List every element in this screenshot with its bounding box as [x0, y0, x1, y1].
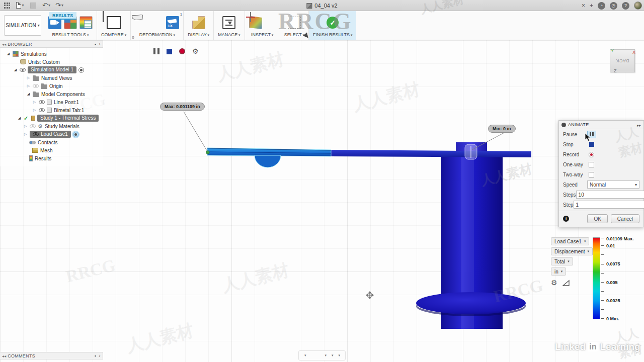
- dialog-dock-icon[interactable]: [637, 122, 641, 128]
- cancel-button[interactable]: Cancel: [611, 214, 639, 223]
- record-button[interactable]: [589, 152, 594, 157]
- collapse-icon[interactable]: [32, 100, 37, 104]
- two-way-checkbox[interactable]: [589, 172, 594, 177]
- collapse-icon[interactable]: [23, 132, 28, 136]
- report-tool-icon[interactable]: [79, 16, 93, 29]
- visibility-eye-icon[interactable]: [30, 124, 36, 128]
- tree-item-simulation-model[interactable]: Simulation Model 1: [0, 66, 103, 74]
- tree-item-mesh[interactable]: Mesh: [0, 146, 103, 154]
- one-way-label: One-way: [563, 162, 587, 167]
- steps-input[interactable]: [576, 191, 644, 199]
- tree-item-study-materials[interactable]: ⚙ Study Materials: [0, 122, 103, 130]
- notifications-icon[interactable]: ◷: [610, 2, 617, 10]
- user-avatar[interactable]: [634, 2, 642, 10]
- results-context-tab[interactable]: RESULTS: [49, 12, 76, 20]
- comments-hide-icon[interactable]: [96, 353, 101, 358]
- expand-icon[interactable]: [6, 52, 11, 56]
- pause-label: Pause: [563, 132, 587, 137]
- load-case-dropdown[interactable]: Load Case1: [551, 237, 589, 245]
- deformation-actual-icon[interactable]: [150, 16, 164, 29]
- measure-icon[interactable]: [265, 16, 276, 29]
- compare-menu[interactable]: COMPARE: [101, 32, 126, 39]
- record-label: Record: [563, 152, 587, 157]
- manage-menu[interactable]: MANAGE: [218, 32, 240, 39]
- new-tab-icon[interactable]: +: [590, 2, 593, 9]
- viewports-icon[interactable]: [338, 353, 341, 357]
- ok-button[interactable]: OK: [587, 214, 607, 223]
- browser-collapse-icon[interactable]: BROWSER: [2, 42, 32, 47]
- finish-results-menu[interactable]: FINISH RESULTS: [313, 32, 352, 39]
- compare-icon[interactable]: [107, 16, 121, 29]
- finish-results-icon[interactable]: ✓: [327, 17, 339, 29]
- visibility-eye-icon[interactable]: [39, 108, 45, 112]
- record-playback-icon[interactable]: [179, 48, 185, 54]
- max-probe-label: Max: 0.001109 in: [160, 103, 205, 111]
- stop-button[interactable]: [589, 142, 594, 147]
- stop-playback-icon[interactable]: [167, 49, 172, 54]
- workspace-selector[interactable]: SIMULATION: [4, 15, 41, 36]
- step-input[interactable]: [574, 201, 644, 209]
- browser-hide-icon[interactable]: [96, 41, 101, 47]
- info-icon[interactable]: i: [563, 216, 569, 222]
- tree-item-origin[interactable]: Origin: [0, 82, 103, 90]
- group-inspect: INSPECT: [245, 11, 280, 40]
- legend-ramp-icon[interactable]: [562, 280, 570, 286]
- tree-item-units[interactable]: Units: Custom: [0, 58, 103, 66]
- job-status-icon[interactable]: ◔: [598, 2, 605, 10]
- tree-item-study[interactable]: ✓ Study 1 - Thermal Stress: [0, 114, 103, 122]
- stop-label: Stop: [563, 142, 587, 147]
- unit-dropdown[interactable]: in: [551, 267, 566, 276]
- collapse-icon[interactable]: [32, 108, 37, 112]
- animate-dialog-header[interactable]: ANIMATE: [559, 121, 643, 129]
- visibility-eye-icon[interactable]: [39, 100, 45, 104]
- tree-item-line-post[interactable]: Line Post:1: [0, 98, 103, 106]
- active-load-case-radio[interactable]: [73, 132, 78, 137]
- legend-min-label: 0 Min.: [606, 316, 619, 321]
- visibility-eye-icon[interactable]: [20, 68, 26, 72]
- select-icon[interactable]: [288, 17, 301, 29]
- visibility-eye-icon[interactable]: [33, 84, 39, 88]
- save-icon[interactable]: [29, 2, 37, 10]
- expand-icon[interactable]: [26, 92, 31, 96]
- playback-settings-icon[interactable]: ⚙: [192, 48, 199, 54]
- orbit-icon[interactable]: [304, 353, 306, 357]
- select-menu[interactable]: SELECT: [284, 32, 304, 39]
- results-legend: Load Case1 Displacement Total in ⚙ 0.011…: [551, 237, 593, 287]
- undo-icon[interactable]: ↶▾: [42, 2, 50, 10]
- one-way-checkbox[interactable]: [589, 162, 594, 167]
- display-menu[interactable]: DISPLAY: [188, 32, 209, 39]
- legend-settings-icon[interactable]: ⚙: [551, 279, 557, 287]
- deformation-menu[interactable]: DEFORMATION: [139, 32, 175, 39]
- file-menu-icon[interactable]: ▾: [16, 2, 24, 10]
- display-icon[interactable]: [192, 16, 205, 29]
- inspect-menu[interactable]: INSPECT: [251, 32, 273, 39]
- tree-item-model-components[interactable]: Model Components: [0, 90, 103, 98]
- app-grid-icon[interactable]: [3, 2, 11, 10]
- help-icon[interactable]: ?: [622, 2, 629, 10]
- tree-item-named-views[interactable]: Named Views: [0, 74, 103, 82]
- tree-item-bimetal-tab[interactable]: Bimetal Tab:1: [0, 106, 103, 114]
- result-tools-menu[interactable]: RESULT TOOLS: [52, 32, 89, 39]
- component-dropdown[interactable]: Total: [551, 257, 573, 265]
- collapse-icon[interactable]: [26, 76, 31, 80]
- collapse-icon[interactable]: [23, 124, 28, 128]
- visibility-eye-icon[interactable]: [33, 132, 39, 136]
- tree-item-contacts[interactable]: Contacts: [0, 138, 103, 146]
- expand-icon[interactable]: [17, 116, 22, 120]
- tree-item-simulations[interactable]: Simulations: [0, 50, 103, 58]
- comments-collapse-icon[interactable]: COMMENTS: [2, 353, 35, 358]
- pause-playback-icon[interactable]: [153, 48, 159, 54]
- expand-icon[interactable]: [13, 68, 18, 72]
- activate-radio-icon[interactable]: [78, 67, 84, 73]
- manage-icon[interactable]: [222, 16, 235, 29]
- deformation-scale-icon[interactable]: [166, 16, 179, 29]
- tree-item-load-case[interactable]: Load Case1: [0, 130, 103, 138]
- display-settings-icon[interactable]: [331, 353, 334, 357]
- result-type-dropdown[interactable]: Displacement: [551, 247, 593, 255]
- zoom-icon[interactable]: [324, 353, 327, 357]
- speed-select[interactable]: Normal: [587, 180, 639, 189]
- tree-item-results[interactable]: Results: [0, 154, 103, 162]
- close-tab-icon[interactable]: ×: [582, 2, 585, 9]
- redo-icon[interactable]: ↷▾: [55, 2, 63, 10]
- collapse-icon[interactable]: [26, 84, 31, 88]
